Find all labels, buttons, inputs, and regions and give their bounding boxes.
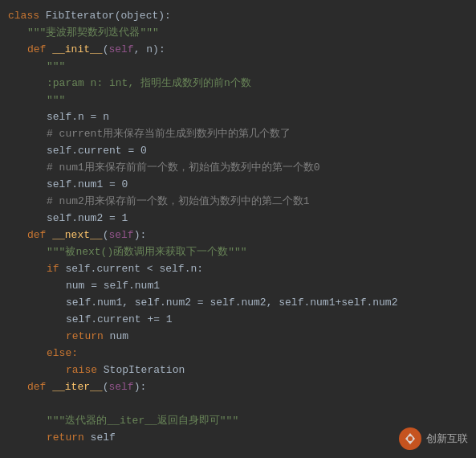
code-line: def __next__(self): bbox=[0, 227, 476, 244]
code-line: # num2用来保存前一个数，初始值为数列中的第二个数1 bbox=[0, 194, 476, 211]
code-line: :param n: int, 指明生成数列的前n个数 bbox=[0, 76, 476, 92]
code-line: def __iter__(self): bbox=[0, 379, 476, 396]
code-line: def __init__(self, n): bbox=[0, 42, 476, 59]
code-line: """被next()函数调用来获取下一个数""" bbox=[0, 244, 476, 261]
code-line: """ bbox=[0, 59, 476, 76]
code-line: # num1用来保存前前一个数，初始值为数列中的第一个数0 bbox=[0, 160, 476, 177]
code-line: if self.current < self.n: bbox=[0, 261, 476, 278]
code-line: self.current += 1 bbox=[0, 312, 476, 329]
code-line: class FibIterator(object): bbox=[0, 8, 476, 25]
code-line: num = self.num1 bbox=[0, 278, 476, 295]
svg-point-0 bbox=[408, 436, 413, 441]
code-line: """斐波那契数列迭代器""" bbox=[0, 25, 476, 42]
code-line: raise StopIteration bbox=[0, 362, 476, 379]
code-container: class FibIterator(object):"""斐波那契数列迭代器""… bbox=[0, 0, 476, 458]
code-line: else: bbox=[0, 346, 476, 362]
code-line: self.current = 0 bbox=[0, 143, 476, 160]
code-line bbox=[0, 396, 476, 413]
code-line: self.n = n bbox=[0, 109, 476, 126]
watermark-logo bbox=[399, 427, 421, 450]
code-line: return num bbox=[0, 329, 476, 346]
code-line: # current用来保存当前生成到数列中的第几个数了 bbox=[0, 126, 476, 143]
code-line: self.num2 = 1 bbox=[0, 211, 476, 227]
watermark-text: 创新互联 bbox=[426, 431, 468, 446]
watermark: 创新互联 bbox=[399, 427, 468, 450]
code-line: """ bbox=[0, 92, 476, 109]
code-line: self.num1 = 0 bbox=[0, 177, 476, 194]
code-line: self.num1, self.num2 = self.num2, self.n… bbox=[0, 295, 476, 312]
